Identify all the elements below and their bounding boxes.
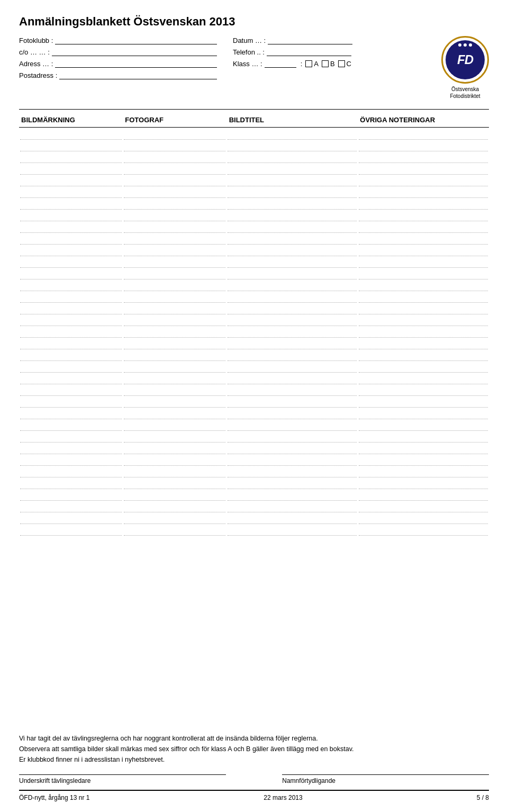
cell-bildmarkning[interactable] bbox=[20, 211, 122, 221]
cell-fotograf[interactable] bbox=[124, 315, 225, 326]
table-row[interactable] bbox=[19, 385, 489, 396]
cell-bildmarkning[interactable] bbox=[20, 246, 122, 256]
table-row[interactable] bbox=[19, 466, 489, 478]
cell-bildmarkning[interactable] bbox=[20, 502, 122, 512]
cell-ovriga[interactable] bbox=[359, 315, 488, 326]
cell-fotograf[interactable] bbox=[124, 444, 225, 454]
cell-fotograf[interactable] bbox=[124, 281, 225, 291]
cell-ovriga[interactable] bbox=[359, 152, 488, 163]
cell-bildtitel[interactable] bbox=[228, 350, 357, 361]
table-row[interactable] bbox=[19, 175, 489, 187]
cell-bildmarkning[interactable] bbox=[20, 234, 122, 245]
cell-bildtitel[interactable] bbox=[228, 304, 357, 314]
cell-fotograf[interactable] bbox=[124, 479, 225, 489]
cell-bildmarkning[interactable] bbox=[20, 187, 122, 198]
cell-ovriga[interactable] bbox=[359, 479, 488, 489]
cell-bildtitel[interactable] bbox=[228, 420, 357, 431]
cell-ovriga[interactable] bbox=[359, 304, 488, 314]
cell-fotograf[interactable] bbox=[124, 432, 225, 443]
table-row[interactable] bbox=[19, 210, 489, 222]
cell-ovriga[interactable] bbox=[359, 327, 488, 338]
cell-fotograf[interactable] bbox=[124, 455, 225, 466]
cell-fotograf[interactable] bbox=[124, 397, 225, 408]
cell-fotograf[interactable] bbox=[124, 525, 225, 536]
cell-ovriga[interactable] bbox=[359, 164, 488, 175]
cell-ovriga[interactable] bbox=[359, 292, 488, 303]
cell-bildtitel[interactable] bbox=[228, 513, 357, 524]
table-row[interactable] bbox=[19, 490, 489, 501]
cell-bildtitel[interactable] bbox=[228, 129, 357, 140]
cell-bildmarkning[interactable] bbox=[20, 199, 122, 210]
cell-ovriga[interactable] bbox=[359, 269, 488, 279]
cell-bildmarkning[interactable] bbox=[20, 281, 122, 291]
cell-fotograf[interactable] bbox=[124, 269, 225, 279]
table-row[interactable] bbox=[19, 373, 489, 385]
cell-bildmarkning[interactable] bbox=[20, 315, 122, 326]
cell-bildmarkning[interactable] bbox=[20, 152, 122, 163]
cell-bildtitel[interactable] bbox=[228, 397, 357, 408]
klass-a[interactable]: A bbox=[305, 60, 319, 68]
cell-fotograf[interactable] bbox=[124, 292, 225, 303]
cell-bildmarkning[interactable] bbox=[20, 467, 122, 477]
cell-fotograf[interactable] bbox=[124, 246, 225, 256]
cell-bildmarkning[interactable] bbox=[20, 327, 122, 338]
cell-bildmarkning[interactable] bbox=[20, 397, 122, 408]
cell-bildmarkning[interactable] bbox=[20, 222, 122, 233]
cell-ovriga[interactable] bbox=[359, 374, 488, 384]
table-row[interactable] bbox=[19, 327, 489, 338]
cell-ovriga[interactable] bbox=[359, 222, 488, 233]
cell-fotograf[interactable] bbox=[124, 350, 225, 361]
cell-bildtitel[interactable] bbox=[228, 176, 357, 186]
table-row[interactable] bbox=[19, 222, 489, 233]
cell-bildtitel[interactable] bbox=[228, 362, 357, 373]
checkbox-b[interactable] bbox=[322, 60, 329, 67]
cell-bildmarkning[interactable] bbox=[20, 164, 122, 175]
cell-fotograf[interactable] bbox=[124, 141, 225, 151]
table-row[interactable] bbox=[19, 315, 489, 327]
table-row[interactable] bbox=[19, 129, 489, 140]
table-row[interactable] bbox=[19, 140, 489, 152]
checkbox-c[interactable] bbox=[338, 60, 345, 67]
cell-bildtitel[interactable] bbox=[228, 467, 357, 477]
cell-bildtitel[interactable] bbox=[228, 211, 357, 221]
cell-bildtitel[interactable] bbox=[228, 152, 357, 163]
cell-ovriga[interactable] bbox=[359, 385, 488, 396]
cell-ovriga[interactable] bbox=[359, 257, 488, 268]
cell-bildmarkning[interactable] bbox=[20, 304, 122, 314]
cell-bildmarkning[interactable] bbox=[20, 420, 122, 431]
cell-bildmarkning[interactable] bbox=[20, 176, 122, 186]
cell-fotograf[interactable] bbox=[124, 420, 225, 431]
cell-bildmarkning[interactable] bbox=[20, 339, 122, 349]
cell-bildtitel[interactable] bbox=[228, 281, 357, 291]
cell-fotograf[interactable] bbox=[124, 199, 225, 210]
cell-bildmarkning[interactable] bbox=[20, 479, 122, 489]
cell-ovriga[interactable] bbox=[359, 350, 488, 361]
cell-bildtitel[interactable] bbox=[228, 385, 357, 396]
cell-bildmarkning[interactable] bbox=[20, 444, 122, 454]
cell-ovriga[interactable] bbox=[359, 187, 488, 198]
table-row[interactable] bbox=[19, 152, 489, 164]
cell-ovriga[interactable] bbox=[359, 129, 488, 140]
table-row[interactable] bbox=[19, 525, 489, 536]
cell-bildmarkning[interactable] bbox=[20, 374, 122, 384]
cell-ovriga[interactable] bbox=[359, 141, 488, 151]
cell-bildtitel[interactable] bbox=[228, 199, 357, 210]
table-row[interactable] bbox=[19, 268, 489, 280]
cell-bildtitel[interactable] bbox=[228, 525, 357, 536]
cell-ovriga[interactable] bbox=[359, 409, 488, 419]
cell-bildtitel[interactable] bbox=[228, 315, 357, 326]
cell-ovriga[interactable] bbox=[359, 199, 488, 210]
cell-fotograf[interactable] bbox=[124, 211, 225, 221]
cell-bildtitel[interactable] bbox=[228, 490, 357, 501]
klass-b[interactable]: B bbox=[322, 60, 335, 68]
cell-ovriga[interactable] bbox=[359, 234, 488, 245]
cell-bildtitel[interactable] bbox=[228, 141, 357, 151]
table-row[interactable] bbox=[19, 280, 489, 292]
cell-fotograf[interactable] bbox=[124, 327, 225, 338]
cell-ovriga[interactable] bbox=[359, 246, 488, 256]
cell-bildmarkning[interactable] bbox=[20, 525, 122, 536]
cell-bildmarkning[interactable] bbox=[20, 350, 122, 361]
cell-fotograf[interactable] bbox=[124, 129, 225, 140]
checkbox-a[interactable] bbox=[305, 60, 312, 67]
cell-bildtitel[interactable] bbox=[228, 164, 357, 175]
